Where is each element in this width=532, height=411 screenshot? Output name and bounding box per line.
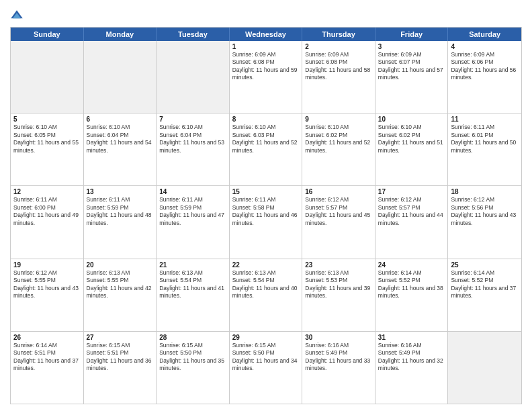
calendar-header: SundayMondayTuesdayWednesdayThursdayFrid… xyxy=(11,28,521,41)
day-info: Sunrise: 6:13 AMSunset: 5:55 PMDaylight:… xyxy=(87,269,154,300)
day-info: Sunrise: 6:16 AMSunset: 5:49 PMDaylight:… xyxy=(378,342,445,373)
header xyxy=(10,7,522,23)
day-info: Sunrise: 6:14 AMSunset: 5:52 PMDaylight:… xyxy=(378,269,445,300)
day-info: Sunrise: 6:11 AMSunset: 6:01 PMDaylight:… xyxy=(451,124,519,154)
calendar-row-2: 12Sunrise: 6:11 AMSunset: 6:00 PMDayligh… xyxy=(11,186,521,259)
day-number: 31 xyxy=(378,334,445,341)
calendar-cell: 13Sunrise: 6:11 AMSunset: 5:59 PMDayligh… xyxy=(84,186,157,258)
day-number: 11 xyxy=(451,116,519,123)
calendar-row-0: 1Sunrise: 6:09 AMSunset: 6:08 PMDaylight… xyxy=(11,41,521,113)
calendar-cell: 11Sunrise: 6:11 AMSunset: 6:01 PMDayligh… xyxy=(448,113,521,185)
calendar-cell: 27Sunrise: 6:15 AMSunset: 5:51 PMDayligh… xyxy=(84,332,157,404)
header-day-wednesday: Wednesday xyxy=(230,28,303,41)
day-info: Sunrise: 6:13 AMSunset: 5:53 PMDaylight:… xyxy=(305,269,372,300)
calendar-cell: 12Sunrise: 6:11 AMSunset: 6:00 PMDayligh… xyxy=(11,186,84,258)
header-day-monday: Monday xyxy=(84,28,157,41)
day-info: Sunrise: 6:10 AMSunset: 6:02 PMDaylight:… xyxy=(305,124,372,154)
day-number: 9 xyxy=(305,116,372,123)
calendar-cell: 31Sunrise: 6:16 AMSunset: 5:49 PMDayligh… xyxy=(375,332,449,404)
header-day-thursday: Thursday xyxy=(302,28,375,41)
day-info: Sunrise: 6:09 AMSunset: 6:07 PMDaylight:… xyxy=(378,51,445,82)
calendar-cell: 21Sunrise: 6:13 AMSunset: 5:54 PMDayligh… xyxy=(157,259,230,331)
day-info: Sunrise: 6:13 AMSunset: 5:54 PMDaylight:… xyxy=(232,269,300,300)
calendar-cell xyxy=(11,41,84,113)
calendar-cell: 24Sunrise: 6:14 AMSunset: 5:52 PMDayligh… xyxy=(375,259,449,331)
day-number: 8 xyxy=(232,116,300,123)
day-number: 4 xyxy=(451,43,519,50)
calendar-cell: 16Sunrise: 6:12 AMSunset: 5:57 PMDayligh… xyxy=(302,186,375,258)
day-info: Sunrise: 6:11 AMSunset: 5:58 PMDaylight:… xyxy=(232,196,300,227)
calendar-cell: 23Sunrise: 6:13 AMSunset: 5:53 PMDayligh… xyxy=(302,259,375,331)
day-number: 5 xyxy=(13,116,81,123)
calendar-cell xyxy=(84,41,157,113)
calendar-row-1: 5Sunrise: 6:10 AMSunset: 6:05 PMDaylight… xyxy=(11,113,521,186)
day-number: 30 xyxy=(305,334,372,341)
day-info: Sunrise: 6:12 AMSunset: 5:57 PMDaylight:… xyxy=(378,196,445,227)
day-info: Sunrise: 6:09 AMSunset: 6:06 PMDaylight:… xyxy=(451,51,519,82)
calendar-cell: 28Sunrise: 6:15 AMSunset: 5:50 PMDayligh… xyxy=(157,332,230,404)
page: SundayMondayTuesdayWednesdayThursdayFrid… xyxy=(0,0,532,411)
calendar-cell: 10Sunrise: 6:10 AMSunset: 6:02 PMDayligh… xyxy=(375,113,449,185)
calendar-cell: 3Sunrise: 6:09 AMSunset: 6:07 PMDaylight… xyxy=(375,41,449,113)
calendar-cell: 7Sunrise: 6:10 AMSunset: 6:04 PMDaylight… xyxy=(157,113,230,185)
day-number: 25 xyxy=(451,261,519,269)
day-info: Sunrise: 6:11 AMSunset: 6:00 PMDaylight:… xyxy=(13,196,81,227)
calendar-cell: 29Sunrise: 6:15 AMSunset: 5:50 PMDayligh… xyxy=(230,332,303,404)
day-number: 29 xyxy=(232,334,300,341)
calendar-cell xyxy=(448,332,521,404)
day-info: Sunrise: 6:10 AMSunset: 6:02 PMDaylight:… xyxy=(378,124,445,154)
day-info: Sunrise: 6:12 AMSunset: 5:55 PMDaylight:… xyxy=(13,269,81,300)
day-number: 22 xyxy=(232,261,300,269)
day-info: Sunrise: 6:16 AMSunset: 5:49 PMDaylight:… xyxy=(305,342,372,373)
calendar: SundayMondayTuesdayWednesdayThursdayFrid… xyxy=(10,27,522,404)
calendar-cell: 18Sunrise: 6:12 AMSunset: 5:56 PMDayligh… xyxy=(448,186,521,258)
day-info: Sunrise: 6:13 AMSunset: 5:54 PMDaylight:… xyxy=(159,269,226,300)
calendar-cell xyxy=(157,41,230,113)
day-info: Sunrise: 6:14 AMSunset: 5:52 PMDaylight:… xyxy=(451,269,519,300)
calendar-row-3: 19Sunrise: 6:12 AMSunset: 5:55 PMDayligh… xyxy=(11,259,521,332)
day-number: 1 xyxy=(232,43,300,50)
calendar-cell: 4Sunrise: 6:09 AMSunset: 6:06 PMDaylight… xyxy=(448,41,521,113)
header-day-sunday: Sunday xyxy=(11,28,84,41)
calendar-cell: 9Sunrise: 6:10 AMSunset: 6:02 PMDaylight… xyxy=(302,113,375,185)
day-info: Sunrise: 6:15 AMSunset: 5:51 PMDaylight:… xyxy=(87,342,154,373)
calendar-cell: 22Sunrise: 6:13 AMSunset: 5:54 PMDayligh… xyxy=(230,259,303,331)
calendar-cell: 8Sunrise: 6:10 AMSunset: 6:03 PMDaylight… xyxy=(230,113,303,185)
day-info: Sunrise: 6:15 AMSunset: 5:50 PMDaylight:… xyxy=(232,342,300,373)
day-number: 18 xyxy=(451,188,519,195)
day-info: Sunrise: 6:11 AMSunset: 5:59 PMDaylight:… xyxy=(87,196,154,227)
calendar-cell: 6Sunrise: 6:10 AMSunset: 6:04 PMDaylight… xyxy=(84,113,157,185)
calendar-cell: 17Sunrise: 6:12 AMSunset: 5:57 PMDayligh… xyxy=(375,186,449,258)
day-number: 12 xyxy=(13,188,81,195)
logo-icon xyxy=(10,9,24,23)
calendar-row-4: 26Sunrise: 6:14 AMSunset: 5:51 PMDayligh… xyxy=(11,332,521,404)
calendar-cell: 25Sunrise: 6:14 AMSunset: 5:52 PMDayligh… xyxy=(448,259,521,331)
calendar-cell: 26Sunrise: 6:14 AMSunset: 5:51 PMDayligh… xyxy=(11,332,84,404)
day-number: 16 xyxy=(305,188,372,195)
day-number: 21 xyxy=(159,261,226,269)
day-number: 27 xyxy=(87,334,154,341)
calendar-cell: 5Sunrise: 6:10 AMSunset: 6:05 PMDaylight… xyxy=(11,113,84,185)
day-info: Sunrise: 6:10 AMSunset: 6:04 PMDaylight:… xyxy=(87,124,154,154)
day-number: 19 xyxy=(13,261,81,269)
day-number: 23 xyxy=(305,261,372,269)
header-day-friday: Friday xyxy=(375,28,449,41)
day-info: Sunrise: 6:10 AMSunset: 6:05 PMDaylight:… xyxy=(13,124,81,154)
day-number: 24 xyxy=(378,261,445,269)
day-number: 17 xyxy=(378,188,445,195)
day-info: Sunrise: 6:11 AMSunset: 5:59 PMDaylight:… xyxy=(159,196,226,227)
day-number: 14 xyxy=(159,188,226,195)
header-day-tuesday: Tuesday xyxy=(157,28,230,41)
calendar-cell: 15Sunrise: 6:11 AMSunset: 5:58 PMDayligh… xyxy=(230,186,303,258)
calendar-cell: 14Sunrise: 6:11 AMSunset: 5:59 PMDayligh… xyxy=(157,186,230,258)
day-info: Sunrise: 6:12 AMSunset: 5:57 PMDaylight:… xyxy=(305,196,372,227)
logo xyxy=(10,9,25,23)
calendar-cell: 20Sunrise: 6:13 AMSunset: 5:55 PMDayligh… xyxy=(84,259,157,331)
day-info: Sunrise: 6:15 AMSunset: 5:50 PMDaylight:… xyxy=(159,342,226,373)
calendar-cell: 1Sunrise: 6:09 AMSunset: 6:08 PMDaylight… xyxy=(230,41,303,113)
calendar-cell: 2Sunrise: 6:09 AMSunset: 6:08 PMDaylight… xyxy=(302,41,375,113)
day-number: 28 xyxy=(159,334,226,341)
day-info: Sunrise: 6:09 AMSunset: 6:08 PMDaylight:… xyxy=(305,51,372,82)
day-number: 15 xyxy=(232,188,300,195)
calendar-cell: 30Sunrise: 6:16 AMSunset: 5:49 PMDayligh… xyxy=(302,332,375,404)
